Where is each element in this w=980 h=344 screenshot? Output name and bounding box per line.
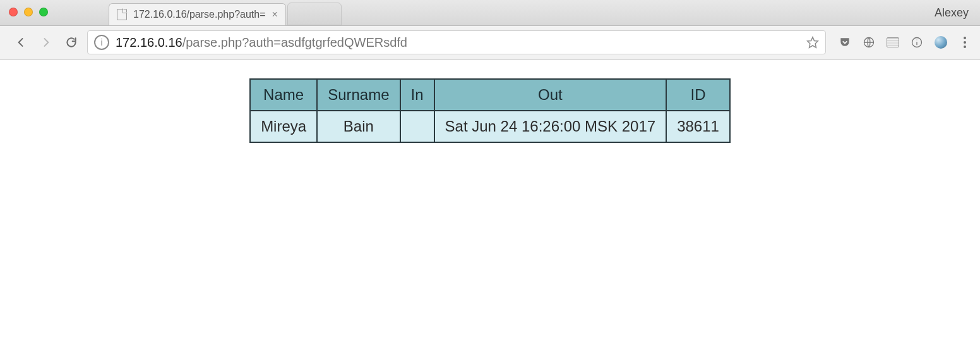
- close-tab-icon[interactable]: ×: [272, 9, 278, 20]
- extension-box-icon[interactable]: [887, 37, 899, 47]
- nav-buttons: [14, 35, 78, 49]
- col-name: Name: [250, 79, 317, 111]
- browser-tab-active[interactable]: 172.16.0.16/parse.php?auth= ×: [109, 3, 286, 25]
- url-text: 172.16.0.16/parse.php?auth=asdfgtgrfedQW…: [116, 35, 800, 50]
- maximize-window-button[interactable]: [39, 8, 48, 16]
- profile-name[interactable]: Alexey: [935, 6, 969, 20]
- file-icon: [117, 9, 127, 20]
- results-table: Name Surname In Out ID Mireya Bain Sat J…: [249, 78, 731, 143]
- url-path: /parse.php?auth=asdfgtgrfedQWERsdfd: [182, 35, 407, 49]
- tab-strip: 172.16.0.16/parse.php?auth= ×: [109, 0, 343, 25]
- close-window-button[interactable]: [9, 8, 18, 16]
- cell-name: Mireya: [250, 111, 317, 142]
- back-button[interactable]: [14, 35, 28, 49]
- address-bar[interactable]: i 172.16.0.16/parse.php?auth=asdfgtgrfed…: [87, 30, 826, 54]
- page-viewport: Name Surname In Out ID Mireya Bain Sat J…: [0, 59, 980, 143]
- info-icon[interactable]: [911, 36, 923, 49]
- blue-globe-icon[interactable]: [935, 36, 947, 49]
- site-info-icon[interactable]: i: [94, 35, 109, 50]
- extension-icons: [839, 36, 971, 49]
- col-id: ID: [666, 79, 730, 111]
- cell-out: Sat Jun 24 16:26:00 MSK 2017: [434, 111, 667, 142]
- table-header-row: Name Surname In Out ID: [250, 79, 730, 111]
- window-controls: [9, 8, 48, 16]
- forward-button[interactable]: [39, 35, 53, 49]
- reload-button[interactable]: [64, 35, 78, 49]
- url-host: 172.16.0.16: [116, 35, 182, 49]
- pocket-icon[interactable]: [839, 36, 851, 49]
- col-surname: Surname: [317, 79, 400, 111]
- minimize-window-button[interactable]: [24, 8, 33, 16]
- col-out: Out: [434, 79, 667, 111]
- toolbar: i 172.16.0.16/parse.php?auth=asdfgtgrfed…: [0, 26, 980, 59]
- cell-surname: Bain: [317, 111, 400, 142]
- table-row: Mireya Bain Sat Jun 24 16:26:00 MSK 2017…: [250, 111, 730, 142]
- kebab-menu-icon[interactable]: [959, 36, 971, 49]
- browser-window: 172.16.0.16/parse.php?auth= × Alexey i 1…: [0, 0, 980, 344]
- cell-id: 38611: [666, 111, 730, 142]
- new-tab-button[interactable]: [287, 3, 342, 25]
- titlebar: 172.16.0.16/parse.php?auth= × Alexey: [0, 0, 980, 26]
- col-in: In: [400, 79, 434, 111]
- globe-icon[interactable]: [863, 36, 875, 49]
- tab-title: 172.16.0.16/parse.php?auth=: [133, 9, 266, 20]
- cell-in: [400, 111, 434, 142]
- bookmark-star-icon[interactable]: [806, 36, 819, 49]
- svg-marker-0: [808, 37, 818, 48]
